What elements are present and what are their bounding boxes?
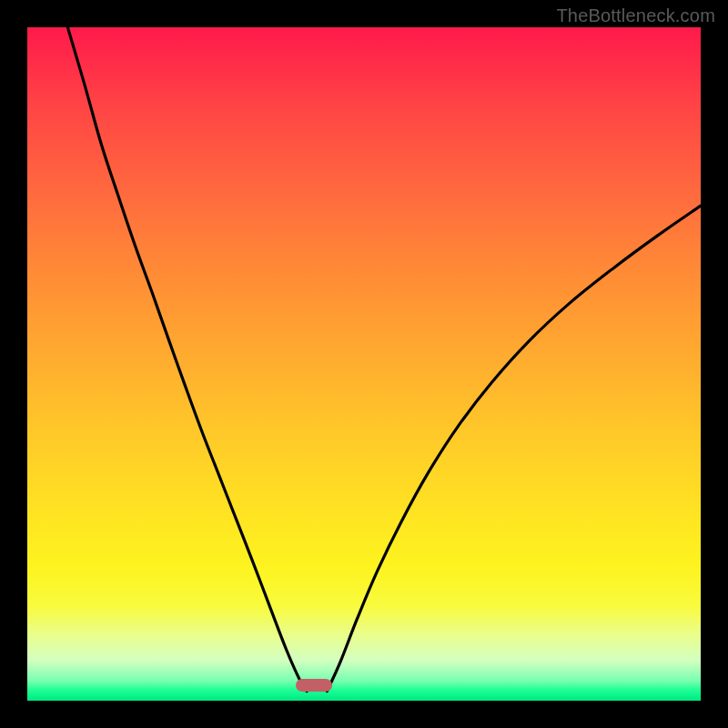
curve-right-branch <box>327 206 701 692</box>
chart-plot-area <box>27 27 701 701</box>
optimum-marker <box>296 679 332 692</box>
watermark-text: TheBottleneck.com <box>556 5 715 26</box>
curve-left-branch <box>67 27 307 692</box>
bottleneck-curve <box>27 27 701 701</box>
